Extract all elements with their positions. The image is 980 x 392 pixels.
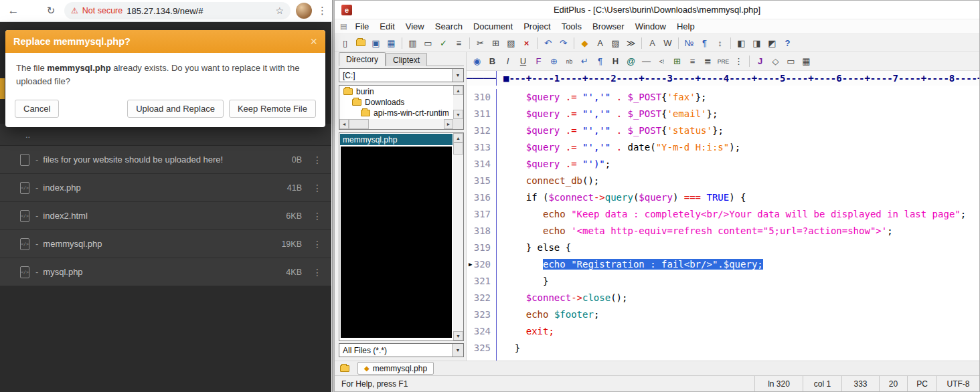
- redo-icon[interactable]: ↷: [556, 35, 571, 50]
- file-filter-selector[interactable]: All Files (*.*) ▼: [339, 343, 464, 357]
- scroll-down-icon[interactable]: ▼: [453, 110, 463, 119]
- url-text[interactable]: 185.27.134.9/new/#: [127, 6, 271, 16]
- special-chars-icon[interactable]: ¶: [697, 35, 712, 50]
- menu-project[interactable]: Project: [518, 21, 556, 31]
- upload-replace-button[interactable]: Upload and Replace: [127, 100, 224, 118]
- cancel-button[interactable]: Cancel: [15, 100, 59, 118]
- file-row[interactable]: -files for your website should be upload…: [0, 146, 331, 174]
- menu-file[interactable]: File: [349, 21, 374, 31]
- menu-help[interactable]: Help: [671, 21, 700, 31]
- chevron-down-icon[interactable]: ▼: [452, 69, 463, 82]
- menu-browser[interactable]: Browser: [587, 21, 630, 31]
- menu-window[interactable]: Window: [630, 21, 671, 31]
- nbsp-icon[interactable]: nb: [562, 54, 577, 69]
- keep-remote-button[interactable]: Keep Remote File: [229, 100, 316, 118]
- line-numbers-icon[interactable]: №: [681, 35, 697, 50]
- menu-edit[interactable]: Edit: [374, 21, 400, 31]
- open-file-icon[interactable]: [353, 35, 368, 50]
- list-vertical-scrollbar[interactable]: ▲ ▼: [453, 133, 463, 340]
- scroll-up-icon[interactable]: ▲: [453, 86, 463, 95]
- cut-icon[interactable]: ✂: [473, 35, 488, 50]
- help-icon[interactable]: ?: [780, 35, 795, 50]
- font-tag-icon[interactable]: F: [531, 54, 546, 69]
- new-file-icon[interactable]: ▯: [337, 35, 353, 50]
- tree-item-burin[interactable]: burin: [340, 86, 453, 97]
- chevron-down-icon[interactable]: ▼: [452, 344, 463, 357]
- browser-menu-icon[interactable]: ⋮: [317, 5, 325, 17]
- print-preview-icon[interactable]: ▭: [420, 35, 436, 50]
- scroll-down-icon[interactable]: ▼: [453, 331, 463, 340]
- hr-tag-icon[interactable]: —: [639, 54, 654, 69]
- drive-selector[interactable]: [C:] ▼: [339, 68, 464, 82]
- pre-tag-icon[interactable]: PRE: [716, 54, 731, 69]
- comment-tag-icon[interactable]: <!: [654, 54, 669, 69]
- folder-icon[interactable]: [340, 365, 349, 372]
- word-wrap-icon[interactable]: W: [660, 35, 675, 50]
- goto-icon[interactable]: ≫: [623, 35, 639, 50]
- font-icon[interactable]: A: [645, 35, 660, 50]
- replace-icon[interactable]: A: [592, 35, 608, 50]
- security-label[interactable]: Not secure: [82, 6, 122, 15]
- row-menu-icon[interactable]: ⋮: [313, 211, 322, 221]
- heading-tag-icon[interactable]: H: [608, 54, 623, 69]
- save-icon[interactable]: ▣: [368, 35, 384, 50]
- scroll-left-icon[interactable]: ◄: [339, 119, 349, 129]
- bold-icon[interactable]: B: [485, 54, 500, 69]
- back-icon[interactable]: ←: [5, 4, 21, 17]
- panel-toggle-icon[interactable]: ▭: [783, 54, 799, 69]
- break-tag-icon[interactable]: ↵: [577, 54, 592, 69]
- tab-cliptext[interactable]: Cliptext: [386, 53, 427, 66]
- tile-window-icon[interactable]: ◨: [749, 35, 764, 50]
- bookmark-star-icon[interactable]: ☆: [275, 5, 284, 16]
- row-menu-icon[interactable]: ⋮: [313, 267, 322, 278]
- split-window-icon[interactable]: ◧: [734, 35, 749, 50]
- save-all-icon[interactable]: ▦: [384, 35, 399, 50]
- profile-avatar[interactable]: [296, 3, 312, 19]
- underline-icon[interactable]: U: [515, 54, 531, 69]
- table-tag-icon[interactable]: ⊞: [669, 54, 685, 69]
- tree-horizontal-scrollbar[interactable]: ◄ ►: [339, 119, 453, 129]
- list-tag-icon[interactable]: ⋮: [731, 54, 746, 69]
- address-bar[interactable]: ⚠ Not secure 185.27.134.9/new/# ☆: [64, 2, 291, 19]
- code-area[interactable]: 310 $query .= "','" . $_POST{'fax'};311 …: [467, 86, 979, 361]
- row-menu-icon[interactable]: ⋮: [313, 239, 322, 250]
- print-icon[interactable]: ▥: [405, 35, 420, 50]
- menu-tools[interactable]: Tools: [556, 21, 587, 31]
- anchor-tag-icon[interactable]: @: [623, 54, 639, 69]
- file-row[interactable]: </>-index2.html6KB⋮: [0, 202, 331, 230]
- row-menu-icon[interactable]: ⋮: [313, 155, 322, 165]
- find-in-files-icon[interactable]: ▨: [608, 35, 623, 50]
- italic-icon[interactable]: I: [500, 54, 515, 69]
- cascade-window-icon[interactable]: ◩: [764, 35, 780, 50]
- scroll-right-icon[interactable]: ►: [444, 119, 453, 129]
- undo-icon[interactable]: ↶: [540, 35, 556, 50]
- document-tab[interactable]: ◆ memmysql.php: [357, 362, 434, 375]
- find-icon[interactable]: ◆: [577, 35, 592, 50]
- view-in-browser-icon[interactable]: ◉: [469, 54, 485, 69]
- paste-icon[interactable]: ▧: [503, 35, 519, 50]
- file-row[interactable]: </>-memmysql.php19KB⋮: [0, 230, 331, 258]
- snippet-icon[interactable]: ◇: [768, 54, 783, 69]
- spell-check-icon[interactable]: ✓: [436, 35, 451, 50]
- tree-item-api-ms-win-crt-runtim[interactable]: api-ms-win-crt-runtim: [340, 108, 453, 118]
- full-screen-icon[interactable]: ≡: [451, 35, 467, 50]
- selected-file-item[interactable]: memmysql.php: [340, 134, 453, 145]
- menu-document[interactable]: Document: [468, 21, 518, 31]
- scroll-thumb[interactable]: [453, 142, 463, 155]
- scroll-up-icon[interactable]: ▲: [453, 133, 463, 142]
- reload-icon[interactable]: ↻: [43, 5, 59, 17]
- paragraph-tag-icon[interactable]: ¶: [592, 54, 608, 69]
- delete-icon[interactable]: ×: [519, 35, 534, 50]
- table-grid-icon[interactable]: ▦: [799, 54, 814, 69]
- menu-search[interactable]: Search: [430, 21, 468, 31]
- tree-vertical-scrollbar[interactable]: ▲ ▼: [453, 86, 463, 119]
- align-right-icon[interactable]: ≣: [700, 54, 716, 69]
- menu-view[interactable]: View: [400, 21, 430, 31]
- scroll-thumb[interactable]: [349, 119, 369, 129]
- tab-directory[interactable]: Directory: [339, 52, 386, 66]
- align-left-icon[interactable]: ≡: [685, 54, 700, 69]
- close-icon[interactable]: ×: [310, 35, 317, 49]
- globe-icon[interactable]: ⊕: [546, 54, 562, 69]
- sort-icon[interactable]: ↕: [712, 35, 728, 50]
- script-tag-icon[interactable]: J: [752, 54, 768, 69]
